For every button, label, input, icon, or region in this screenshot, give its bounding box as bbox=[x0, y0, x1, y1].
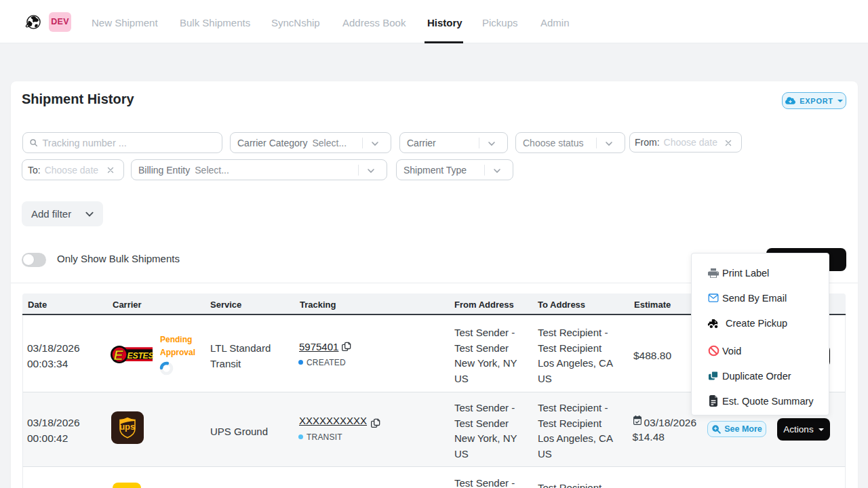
svg-text:ups: ups bbox=[119, 422, 135, 432]
svg-text:E: E bbox=[113, 347, 123, 363]
svg-text:ESTES: ESTES bbox=[127, 351, 153, 361]
